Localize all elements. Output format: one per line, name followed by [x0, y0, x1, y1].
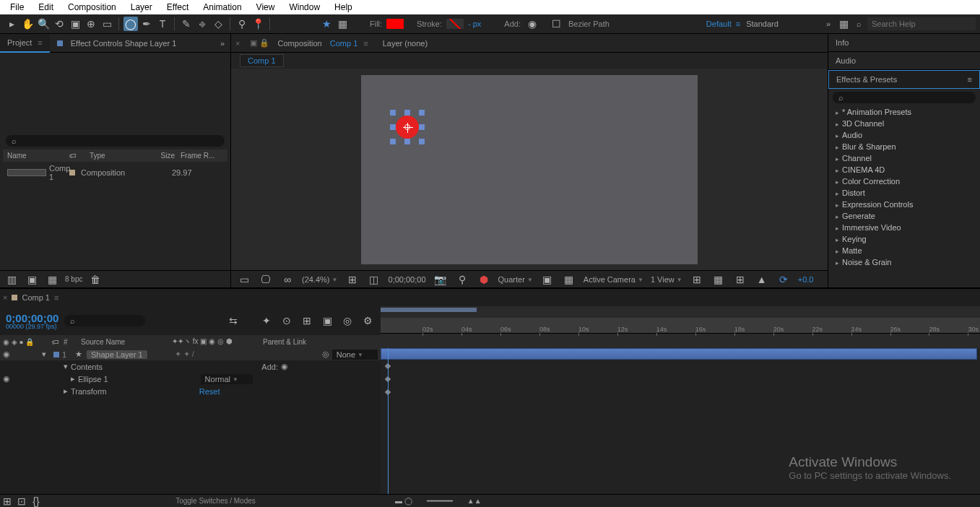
render-icon[interactable]: ◎: [340, 313, 355, 328]
pen-tool-icon[interactable]: ✒: [139, 17, 154, 31]
camera-tool-icon[interactable]: ▣: [68, 17, 82, 31]
hand-tool-icon[interactable]: ✋: [20, 17, 35, 31]
project-tab[interactable]: Project≡: [0, 34, 50, 53]
resize-handle[interactable]: [404, 139, 410, 144]
preset-category[interactable]: 3D Channel: [828, 118, 980, 129]
resize-handle[interactable]: [390, 124, 396, 130]
star-icon[interactable]: ★: [319, 17, 334, 31]
timeline-search[interactable]: ⌕: [64, 315, 145, 326]
comp-subtab[interactable]: Comp 1: [240, 54, 284, 67]
interpret-icon[interactable]: ▥: [4, 272, 19, 287]
preset-category[interactable]: Distort: [828, 187, 980, 199]
quality-dropdown[interactable]: Quarter ▼: [498, 275, 533, 284]
timeline-tracks[interactable]: [381, 348, 980, 494]
menu-effect[interactable]: Effect: [160, 1, 196, 14]
preset-category[interactable]: Audio: [828, 129, 980, 141]
composition-canvas[interactable]: [361, 75, 698, 264]
camera-dropdown[interactable]: Active Camera ▼: [584, 275, 643, 284]
stroke-width[interactable]: - px: [468, 20, 481, 28]
anchor-tool-icon[interactable]: ⊕: [84, 17, 98, 31]
frame-blend-icon[interactable]: ✦: [259, 313, 274, 328]
orbit-tool-icon[interactable]: ⟲: [52, 17, 66, 31]
preset-category[interactable]: Noise & Grain: [828, 256, 980, 268]
show-snapshot-icon[interactable]: ⚲: [455, 272, 469, 287]
menu-view[interactable]: View: [249, 1, 282, 14]
project-item[interactable]: Comp 1 Composition 29.97: [3, 162, 227, 183]
playhead[interactable]: [388, 348, 389, 494]
menu-window[interactable]: Window: [282, 1, 327, 14]
presets-search[interactable]: ⌕: [833, 92, 976, 103]
layer-tab[interactable]: Layer (none): [376, 34, 435, 53]
sync-icon[interactable]: ▦: [836, 17, 851, 31]
mask-tool-icon[interactable]: ▭: [100, 17, 114, 31]
standard-dropdown[interactable]: Standard: [746, 20, 779, 28]
snapshot-icon[interactable]: 📷: [433, 272, 448, 287]
comp-icon[interactable]: ▦: [45, 272, 59, 287]
text-tool-icon[interactable]: T: [155, 17, 170, 31]
zoom-tool-icon[interactable]: 🔍: [36, 17, 51, 31]
contents-row[interactable]: ▾ Contents Add: ◉: [0, 360, 381, 373]
zoom-dropdown[interactable]: (24.4%) ▼: [302, 275, 338, 284]
selected-shape[interactable]: [390, 110, 425, 144]
brush-tool-icon[interactable]: ✎: [179, 17, 194, 31]
transform-row[interactable]: ▸ Transform Reset: [0, 385, 381, 397]
preset-category[interactable]: * Animation Presets: [828, 106, 980, 118]
preset-category[interactable]: Immersive Video: [828, 222, 980, 233]
zoom-slider[interactable]: ━━━━━━: [427, 497, 453, 505]
mask-icon[interactable]: ◫: [367, 272, 381, 287]
menu-file[interactable]: File: [3, 1, 31, 14]
toggle-icon[interactable]: ⊡: [14, 494, 29, 508]
graph-icon[interactable]: ⊞: [300, 313, 314, 328]
layer-bar[interactable]: [381, 348, 977, 360]
res-icon[interactable]: ⊞: [345, 272, 360, 287]
magnify-icon[interactable]: ▭: [237, 272, 251, 287]
current-time[interactable]: 0;00;00;00: [6, 312, 58, 324]
shy-icon[interactable]: ⇆: [226, 313, 240, 328]
toggle-icon[interactable]: ⊞: [0, 494, 14, 508]
preset-category[interactable]: CINEMA 4D: [828, 164, 980, 176]
guides-icon[interactable]: ⊞: [690, 272, 704, 287]
work-area-bar[interactable]: [381, 308, 477, 312]
resize-handle[interactable]: [390, 110, 396, 116]
preset-category[interactable]: Keying: [828, 233, 980, 245]
selection-tool-icon[interactable]: ▸: [4, 17, 19, 31]
time-ruler[interactable]: 02s 04s 06s 08s 10s 12s 14s 16s 18s 20s …: [381, 318, 980, 334]
preset-category[interactable]: Channel: [828, 152, 980, 164]
view-dropdown[interactable]: 1 View ▼: [651, 275, 682, 284]
preset-category[interactable]: Generate: [828, 210, 980, 222]
preset-category[interactable]: Color Correction: [828, 176, 980, 187]
menu-animation[interactable]: Animation: [196, 1, 248, 14]
fast-icon[interactable]: ⟳: [776, 272, 791, 287]
region-icon[interactable]: ▣: [540, 272, 555, 287]
toggle-icon[interactable]: {}: [29, 494, 43, 508]
add-menu-icon[interactable]: ◉: [525, 17, 539, 31]
resize-handle[interactable]: [404, 110, 410, 116]
overflow-icon[interactable]: »: [214, 39, 230, 48]
composition-tab[interactable]: ▣ 🔒 Composition Comp 1 ≡: [243, 34, 375, 53]
blend-mode-dropdown[interactable]: Normal ▼: [201, 374, 253, 384]
safe-icon[interactable]: ▦: [711, 272, 726, 287]
transparency-icon[interactable]: ▦: [562, 272, 576, 287]
grid2-icon[interactable]: ⊞: [733, 272, 747, 287]
resize-handle[interactable]: [419, 110, 425, 116]
reset-link[interactable]: Reset: [199, 387, 220, 396]
bezier-checkbox[interactable]: ☐: [550, 17, 564, 31]
project-search[interactable]: ⌕: [6, 135, 225, 147]
menu-composition[interactable]: Composition: [61, 1, 123, 14]
effects-presets-tab[interactable]: Effects & Presets≡: [828, 70, 980, 89]
preset-category[interactable]: Matte: [828, 245, 980, 256]
search-input[interactable]: [867, 17, 976, 30]
channel-icon[interactable]: ⬢: [477, 272, 491, 287]
timecode-display[interactable]: 0;00;00;00: [389, 275, 426, 284]
info-panel-tab[interactable]: Info: [828, 34, 980, 52]
menu-layer[interactable]: Layer: [123, 1, 160, 14]
layer-name[interactable]: Shape Layer 1: [87, 350, 147, 359]
preset-category[interactable]: Expression Controls: [828, 199, 980, 210]
pixel-icon[interactable]: ▲: [755, 272, 769, 287]
toggle-switches-button[interactable]: Toggle Switches / Modes: [43, 497, 388, 505]
viewport[interactable]: [231, 69, 828, 270]
draft3d-icon[interactable]: ▣: [320, 313, 334, 328]
folder-icon[interactable]: ▣: [25, 272, 39, 287]
add-menu-icon[interactable]: ◉: [281, 362, 288, 371]
puppet-tool-icon[interactable]: 📍: [251, 17, 265, 31]
